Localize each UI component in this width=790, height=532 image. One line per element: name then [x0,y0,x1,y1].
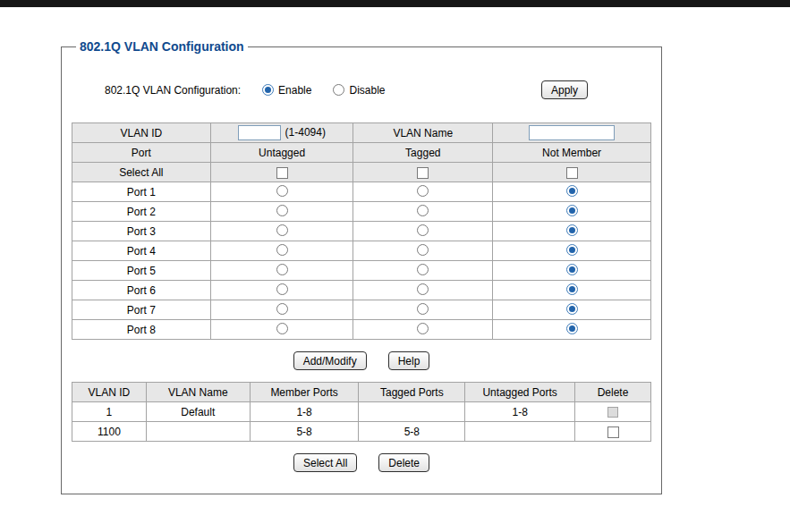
untagged-radio[interactable] [276,244,288,256]
column-header-row: Port Untagged Tagged Not Member [72,143,651,163]
tagged-radio[interactable] [417,283,429,295]
untagged-radio[interactable] [276,283,288,295]
port-row: Port 5 [72,261,651,281]
not-member-radio[interactable] [566,205,578,216]
not-member-radio[interactable] [566,244,578,256]
port-row: Port 4 [72,241,651,261]
untagged-radio[interactable] [276,224,288,236]
port-label: Port 2 [72,202,211,222]
tagged-radio[interactable] [417,244,429,256]
cell-tagged-ports: 5-8 [359,422,465,442]
disable-option[interactable]: Disable [333,84,385,97]
not-member-radio[interactable] [566,185,578,197]
enable-label[interactable]: Enable [278,84,311,97]
add-modify-button[interactable]: Add/Modify [293,351,367,370]
cell-vlan-name: Default [146,402,250,422]
top-bar [0,0,790,7]
enable-option[interactable]: Enable [262,84,311,97]
vlan-id-input[interactable] [238,125,281,140]
vlan-id-label: VLAN ID [72,123,211,143]
not-member-radio[interactable] [566,303,578,315]
untagged-radio[interactable] [276,323,288,334]
config-label: 802.1Q VLAN Configuration: [105,84,241,97]
select-all-not-member-checkbox[interactable] [566,167,578,179]
table-row: 1 Default 1-8 1-8 [72,402,651,422]
disable-label[interactable]: Disable [349,84,385,97]
port-label: Port 5 [72,261,211,281]
col-not-member: Not Member [493,143,651,163]
form-buttons: Add/Modify Help [71,351,652,370]
port-label: Port 1 [72,182,211,202]
port-label: Port 3 [72,222,211,241]
port-row: Port 6 [72,281,651,300]
summary-col-member-ports: Member Ports [250,383,359,402]
cell-member-ports: 1-8 [250,402,359,422]
cell-untagged-ports: 1-8 [465,402,575,422]
cell-vlan-id: 1 [72,402,147,422]
vlan-config-panel: 802.1Q VLAN Configuration 802.1Q VLAN Co… [61,39,662,494]
not-member-radio[interactable] [566,323,578,334]
port-row: Port 2 [72,202,651,222]
summary-col-untagged-ports: Untagged Ports [465,383,575,402]
delete-checkbox [607,407,618,418]
tagged-radio[interactable] [417,303,429,315]
summary-col-tagged-ports: Tagged Ports [359,383,465,402]
untagged-radio[interactable] [276,205,288,216]
summary-header-row: VLAN ID VLAN Name Member Ports Tagged Po… [72,383,651,402]
vlan-name-label: VLAN Name [353,123,493,143]
summary-col-vlan-id: VLAN ID [72,383,147,402]
col-tagged: Tagged [353,143,493,163]
table-row: 1100 5-8 5-8 [72,422,651,442]
summary-col-vlan-name: VLAN Name [146,383,250,402]
cell-vlan-name [146,422,250,442]
port-label: Port 8 [72,320,211,340]
select-all-tagged-checkbox[interactable] [417,167,429,179]
cell-vlan-id: 1100 [72,422,147,442]
apply-button[interactable]: Apply [541,80,588,99]
delete-button[interactable]: Delete [378,453,429,472]
config-row: 802.1Q VLAN Configuration: Enable Disabl… [105,80,620,99]
summary-buttons: Select All Delete [71,453,652,472]
panel-title: 802.1Q VLAN Configuration [76,39,248,54]
port-row: Port 1 [72,182,651,202]
untagged-radio[interactable] [276,185,288,197]
help-button[interactable]: Help [388,351,430,370]
tagged-radio[interactable] [417,205,429,216]
cell-untagged-ports [465,422,575,442]
vlan-id-hint: (1-4094) [285,126,326,139]
config-radio-group: Enable Disable [262,84,401,97]
summary-col-delete: Delete [575,383,651,402]
vlan-summary-table: VLAN ID VLAN Name Member Ports Tagged Po… [72,382,651,442]
col-port: Port [72,143,211,163]
port-label: Port 7 [72,300,211,320]
disable-radio[interactable] [333,84,344,96]
not-member-radio[interactable] [566,283,578,295]
port-row: Port 8 [72,320,651,340]
col-untagged: Untagged [210,143,353,163]
untagged-radio[interactable] [276,264,288,275]
cell-tagged-ports [359,402,465,422]
not-member-radio[interactable] [566,264,578,275]
select-all-row: Select All [72,163,651,182]
untagged-radio[interactable] [276,303,288,315]
vlan-id-row: VLAN ID (1-4094) VLAN Name [72,123,651,143]
port-row: Port 7 [72,300,651,320]
tagged-radio[interactable] [417,185,429,197]
select-all-untagged-checkbox[interactable] [276,167,288,179]
enable-radio[interactable] [262,84,274,96]
select-all-label: Select All [72,163,211,182]
port-row: Port 3 [72,222,651,241]
select-all-button[interactable]: Select All [293,453,357,472]
tagged-radio[interactable] [417,264,429,275]
tagged-radio[interactable] [417,323,429,334]
vlan-name-input[interactable] [529,125,615,140]
not-member-radio[interactable] [566,224,578,236]
port-label: Port 4 [72,241,211,261]
cell-member-ports: 5-8 [250,422,359,442]
delete-checkbox[interactable] [607,426,619,438]
port-label: Port 6 [72,281,211,300]
vlan-membership-table: VLAN ID (1-4094) VLAN Name Port Untagged… [72,122,651,340]
tagged-radio[interactable] [417,224,429,236]
